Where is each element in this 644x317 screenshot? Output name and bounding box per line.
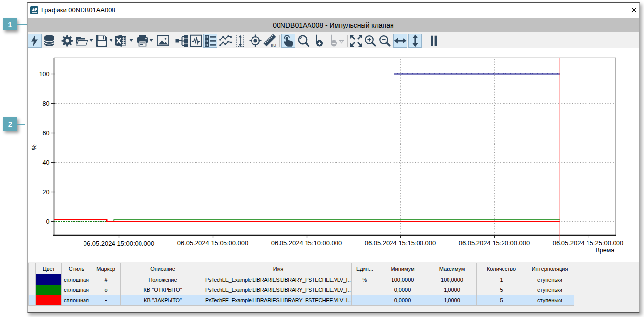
svg-text:06.05.2024 15:05:00.000: 06.05.2024 15:05:00.000: [177, 239, 249, 247]
svg-text:100: 100: [39, 71, 50, 78]
svg-text:EU: EU: [271, 43, 276, 47]
svg-text:06.05.2024 15:10:00.000: 06.05.2024 15:10:00.000: [271, 239, 342, 247]
svg-text:40: 40: [43, 159, 50, 166]
svg-text:06.05.2024 15:20:00.000: 06.05.2024 15:20:00.000: [459, 239, 530, 247]
svg-text:20: 20: [43, 189, 50, 196]
svg-text:06.05.2024 15:15:00.000: 06.05.2024 15:15:00.000: [365, 239, 436, 247]
svg-text:80: 80: [43, 100, 50, 107]
svg-text:60: 60: [43, 130, 50, 137]
svg-text:0: 0: [46, 218, 50, 225]
svg-text:Время: Время: [595, 247, 614, 254]
svg-text:%: %: [30, 144, 38, 150]
svg-text:06.05.2024 15:00:00.000: 06.05.2024 15:00:00.000: [84, 240, 155, 247]
svg-text:06.05.2024 15:25:00.000: 06.05.2024 15:25:00.000: [553, 239, 624, 247]
